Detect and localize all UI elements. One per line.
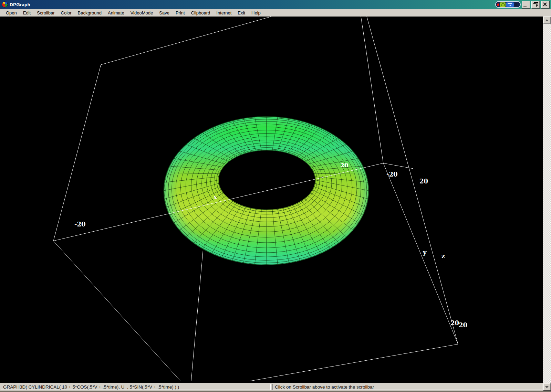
axis-label--20: -20 — [74, 221, 86, 228]
dpgraph-window: DPGraph OpenEditScrollbarColorBac — [0, 0, 551, 392]
axis-label-y: y — [423, 249, 427, 256]
menu-item-clipboard[interactable]: Clipboard — [188, 10, 214, 16]
menu-item-internet[interactable]: Internet — [213, 10, 235, 16]
arrow-down-icon — [545, 386, 549, 388]
menu-item-open[interactable]: Open — [3, 10, 20, 16]
axis-label-z: z — [441, 253, 445, 259]
graph-viewport[interactable]: -2020-2020xyz2020 — [0, 17, 543, 383]
menu-item-help[interactable]: Help — [248, 10, 264, 16]
window-title: DPGraph — [10, 2, 30, 7]
nvidia-blue-panel-icon — [506, 2, 514, 7]
menu-item-save[interactable]: Save — [156, 10, 173, 16]
menu-item-exit[interactable]: Exit — [235, 10, 248, 16]
vertical-scrollbar[interactable] — [543, 17, 551, 391]
restore-button[interactable] — [531, 1, 540, 9]
menu-item-videomode[interactable]: VideoMode — [127, 10, 156, 16]
minimize-icon — [523, 7, 527, 7]
axis-label-20: 20 — [459, 321, 467, 329]
scrollbar-hint-panel: Click on Scrollbar above to activate the… — [272, 384, 542, 390]
nvidia-red-dot-icon — [497, 3, 499, 6]
close-icon — [543, 2, 547, 7]
axis-label--20: -20 — [386, 171, 398, 178]
menu-item-edit[interactable]: Edit — [20, 10, 34, 16]
minimize-button[interactable] — [522, 1, 530, 9]
status-bar: GRAPH3D( CYLINDRICAL( 10 + 5*COS(.5*V + … — [0, 383, 543, 391]
window-bottom-edge — [0, 391, 551, 392]
nvidia-eye-icon — [500, 2, 506, 7]
scrollbar-down-button[interactable] — [543, 383, 551, 391]
menu-item-color[interactable]: Color — [58, 10, 75, 16]
axis-label-20: 20 — [419, 178, 428, 185]
menu-item-print[interactable]: Print — [173, 10, 188, 16]
nvidia-tray-widget[interactable] — [495, 1, 521, 8]
graph3d-scene: -2020-2020xyz2020 — [0, 17, 543, 383]
menu-item-animate[interactable]: Animate — [105, 10, 127, 16]
scrollbar-up-button[interactable] — [543, 17, 551, 24]
axis-label-x: x — [214, 193, 217, 200]
axis-label-20: 20 — [340, 162, 349, 169]
close-button[interactable] — [541, 1, 550, 9]
nvidia-dark-dot-icon — [514, 3, 518, 6]
menu-bar: OpenEditScrollbarColorBackgroundAnimateV… — [0, 9, 551, 17]
title-bar: DPGraph — [0, 0, 551, 9]
dpgraph-logo-icon — [2, 1, 8, 8]
axis-label-20: 20 — [450, 319, 459, 327]
arrow-up-icon — [545, 19, 549, 21]
menu-item-scrollbar[interactable]: Scrollbar — [34, 10, 58, 16]
formula-status-panel: GRAPH3D( CYLINDRICAL( 10 + 5*COS(.5*V + … — [1, 384, 271, 390]
menu-item-background[interactable]: Background — [75, 10, 105, 16]
